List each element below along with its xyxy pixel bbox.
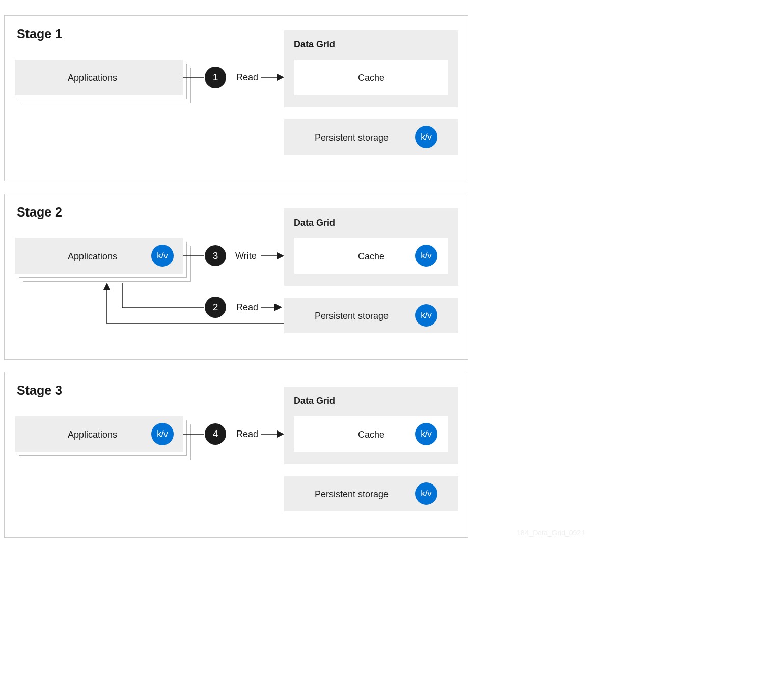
- stage-2-applications-label: Applications: [68, 251, 117, 262]
- stage-3-title: Stage 3: [17, 383, 62, 398]
- stage-2-storage-label: Persistent storage: [315, 311, 389, 321]
- stage-1-datagrid-label: Data Grid: [294, 39, 335, 50]
- stage-2-cache-label: Cache: [358, 251, 384, 262]
- stage-1-title: Stage 1: [17, 26, 62, 41]
- stage-3-storage-label: Persistent storage: [315, 489, 389, 500]
- kv-icon: k/v: [415, 126, 437, 148]
- watermark: 184_Data_Grid_0921: [517, 529, 585, 537]
- stage-3-datagrid-label: Data Grid: [294, 396, 335, 407]
- stage-2-title: Stage 2: [17, 205, 62, 220]
- kv-icon: k/v: [415, 245, 437, 267]
- stage-3-cache-label: Cache: [358, 429, 384, 440]
- stage-1-storage-label: Persistent storage: [315, 132, 389, 143]
- kv-icon: k/v: [415, 304, 437, 327]
- stage-1-applications-label: Applications: [68, 73, 117, 84]
- step-3-badge: 3: [205, 245, 226, 266]
- stage-2-read-label: Read: [236, 302, 258, 313]
- stage-1-cache-label: Cache: [358, 73, 384, 84]
- step-4-badge: 4: [205, 423, 226, 445]
- stage-1-read-label: Read: [236, 72, 258, 83]
- stage-2-datagrid-label: Data Grid: [294, 218, 335, 228]
- kv-icon: k/v: [151, 423, 174, 445]
- step-2-badge: 2: [205, 297, 226, 318]
- kv-icon: k/v: [151, 245, 174, 267]
- stage-3-read-label: Read: [236, 429, 258, 440]
- diagram-canvas: Stage 1 Applications Data Grid Cache Per…: [0, 0, 774, 700]
- stage-3-applications-label: Applications: [68, 429, 117, 440]
- kv-icon: k/v: [415, 482, 437, 505]
- stage-2-write-label: Write: [235, 251, 257, 261]
- step-1-badge: 1: [205, 67, 226, 88]
- kv-icon: k/v: [415, 423, 437, 445]
